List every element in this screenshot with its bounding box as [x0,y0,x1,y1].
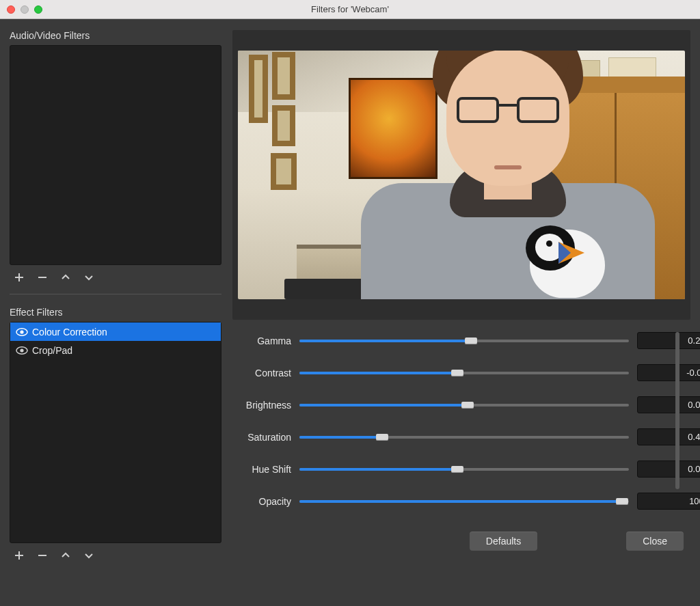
svg-point-1 [20,330,23,333]
dialog-buttons: Defaults Close [232,532,690,551]
defaults-button[interactable]: Defaults [470,532,537,551]
zoom-window-button[interactable] [34,5,42,14]
hue_shift-value-input[interactable] [637,460,700,478]
gamma-row: Gamma [232,332,678,349]
opacity-label: Opacity [232,496,291,507]
gamma-label: Gamma [232,335,291,346]
brightness-value-input[interactable] [637,396,700,413]
opacity-slider[interactable] [299,497,629,506]
right-panel: GammaContrastBrightnessSaturationHue Shi… [232,30,690,596]
add-effect-filter-button[interactable] [12,549,26,562]
plus-icon [14,550,25,561]
window-title: Filters for 'Webcam' [0,4,700,14]
minus-icon [37,272,48,283]
gamma-value-input[interactable] [637,332,700,349]
close-window-button[interactable] [7,5,15,14]
plus-icon [14,272,25,283]
hue_shift-row: Hue Shift [232,460,678,478]
titlebar: Filters for 'Webcam' [0,0,700,19]
left-panel: Audio/Video Filters [10,30,221,596]
saturation-label: Saturation [232,432,291,443]
opacity-row: Opacity [232,493,678,510]
effect-filter-item[interactable]: Crop/Pad [10,341,221,359]
brightness-row: Brightness [232,396,678,413]
audio-video-filters-label: Audio/Video Filters [10,30,221,41]
saturation-row: Saturation [232,428,678,445]
svg-point-3 [20,348,23,352]
contrast-row: Contrast [232,364,678,381]
minimize-window-button[interactable] [21,5,29,14]
close-button[interactable]: Close [626,532,684,551]
brightness-slider[interactable] [299,400,629,410]
opacity-spinbox [637,493,678,510]
hue_shift-label: Hue Shift [232,464,291,475]
minus-icon [37,550,48,561]
contrast-spinbox [637,364,678,381]
hue_shift-spinbox [637,460,678,478]
gamma-spinbox [637,332,678,349]
move-effect-filter-up-button[interactable] [59,549,72,562]
audio-video-filters-section: Audio/Video Filters [10,30,221,288]
panel-divider [10,294,221,294]
contrast-value-input[interactable] [637,364,700,381]
chevron-up-icon [60,550,71,561]
audio-video-filters-controls [10,265,221,288]
hue_shift-slider[interactable] [299,465,629,474]
effect-filters-controls [10,543,221,566]
effect-filter-item[interactable]: Colour Correction [10,322,221,341]
saturation-spinbox [637,428,678,445]
chevron-down-icon [83,272,94,283]
effect-filters-list[interactable]: Colour CorrectionCrop/Pad [10,322,221,543]
filters-window: Filters for 'Webcam' Audio/Video Filters [0,0,700,606]
gamma-slider[interactable] [299,336,629,346]
move-audio-video-filter-up-button[interactable] [59,271,72,284]
saturation-value-input[interactable] [637,428,700,445]
effect-filters-label: Effect Filters [10,307,221,318]
video-preview [238,51,685,299]
effect-filters-section: Effect Filters Colour CorrectionCrop/Pad [10,307,221,566]
contrast-label: Contrast [232,368,291,378]
contrast-slider[interactable] [299,368,629,378]
visibility-toggle-icon[interactable] [16,327,28,337]
add-audio-video-filter-button[interactable] [12,271,26,284]
content-area: Audio/Video Filters [0,19,700,606]
traffic-lights [0,5,42,14]
brightness-label: Brightness [232,400,291,411]
filter-parameters: GammaContrastBrightnessSaturationHue Shi… [232,332,690,525]
remove-audio-video-filter-button[interactable] [36,271,49,284]
move-audio-video-filter-down-button[interactable] [82,271,96,284]
opacity-value-input[interactable] [637,493,700,510]
remove-effect-filter-button[interactable] [36,549,49,562]
brightness-spinbox [637,396,678,413]
saturation-slider[interactable] [299,432,629,442]
effect-filter-item-label: Colour Correction [32,327,107,338]
effect-filter-item-label: Crop/Pad [32,345,72,356]
parameters-scrollbar[interactable] [675,332,679,489]
preview-container [232,30,690,320]
audio-video-filters-list[interactable] [10,45,221,265]
chevron-up-icon [60,272,71,283]
move-effect-filter-down-button[interactable] [82,549,96,562]
chevron-down-icon [83,550,94,561]
visibility-toggle-icon[interactable] [16,346,28,355]
